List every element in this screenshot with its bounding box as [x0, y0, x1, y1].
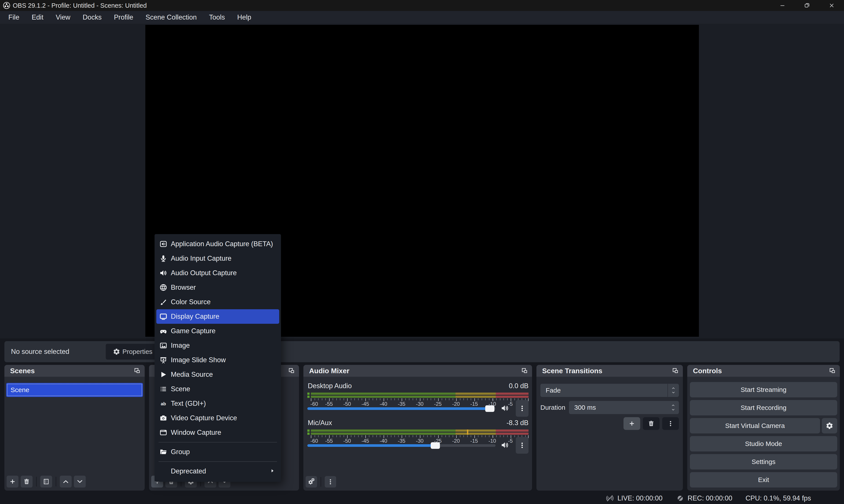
menu-item-color-source[interactable]: Color Source	[156, 295, 279, 309]
gear-icon	[826, 422, 833, 430]
popout-icon[interactable]	[134, 367, 141, 374]
add-button[interactable]	[6, 476, 18, 487]
menu-item-audio-output-capture[interactable]: Audio Output Capture	[156, 266, 279, 280]
menu-item-display-capture[interactable]: Display Capture	[156, 309, 279, 324]
filter-button[interactable]	[40, 476, 52, 487]
menu-item-media-source[interactable]: Media Source	[156, 367, 279, 382]
audio-mixer-title: Audio Mixer	[309, 367, 349, 375]
image-icon	[159, 342, 168, 349]
settings-button[interactable]: Settings	[690, 454, 837, 469]
duration-label: Duration	[540, 401, 565, 414]
menu-item-text-gdi[interactable]: abText (GDI+)	[156, 396, 279, 411]
add-button[interactable]	[624, 417, 640, 430]
db-scale-label: -60	[310, 438, 318, 444]
advanced-audio-button[interactable]	[306, 476, 317, 487]
rec-time: REC: 00:00:00	[688, 494, 732, 502]
menu-item-label: Video Capture Device	[171, 414, 237, 422]
minimize-button[interactable]	[770, 0, 795, 11]
properties-button[interactable]: Properties	[106, 344, 159, 360]
remove-button[interactable]	[21, 476, 33, 487]
db-scale-labels: -60-55-50-45-40-35-30-25-20-15-10-50	[311, 438, 528, 445]
menu-item-image[interactable]: Image	[156, 338, 279, 353]
trash-icon	[23, 478, 30, 485]
source-context-bar: No source selected Properties	[4, 341, 840, 362]
start-virtual-camera-button[interactable]: Start Virtual Camera	[690, 418, 820, 433]
menubar-item-docks[interactable]: Docks	[76, 11, 108, 24]
popout-icon[interactable]	[521, 367, 528, 374]
options-button[interactable]	[325, 476, 336, 487]
menu-item-label: Display Capture	[171, 312, 219, 321]
menu-item-audio-input-capture[interactable]: Audio Input Capture	[156, 251, 279, 266]
rec-status: REC: 00:00:00	[676, 494, 732, 503]
exit-button[interactable]: Exit	[690, 472, 837, 487]
start-streaming-button[interactable]: Start Streaming	[690, 382, 837, 397]
move-down-button[interactable]	[74, 476, 86, 487]
menu-item-video-capture-device[interactable]: Video Capture Device	[156, 411, 279, 425]
volume-slider[interactable]	[307, 444, 496, 447]
db-scale-label: -20	[452, 438, 460, 444]
db-scale-label: -40	[380, 401, 388, 407]
menu-item-label: Image Slide Show	[171, 356, 226, 364]
studio-mode-button[interactable]: Studio Mode	[690, 436, 837, 451]
transition-select[interactable]: Fade	[540, 384, 679, 397]
scene-icon	[159, 385, 168, 393]
scene-name: Scene	[11, 386, 29, 394]
channel-volume-db: 0.0 dB	[509, 382, 528, 390]
menu-item-label: Group	[171, 448, 190, 456]
volume-slider[interactable]	[307, 407, 496, 410]
menubar-item-file[interactable]: File	[2, 11, 25, 24]
db-scale-label: -10	[488, 438, 496, 444]
menubar-item-profile[interactable]: Profile	[108, 11, 139, 24]
menu-item-game-capture[interactable]: Game Capture	[156, 324, 279, 338]
menubar-item-view[interactable]: View	[50, 11, 76, 24]
menubar-item-scene-collection[interactable]: Scene Collection	[139, 11, 203, 24]
db-scale-label: -55	[325, 401, 333, 407]
peak-marker	[467, 430, 468, 435]
virtual-camera-settings-button[interactable]	[822, 418, 837, 433]
window-capture-icon	[159, 429, 168, 436]
remove-button[interactable]	[643, 417, 660, 430]
move-up-button[interactable]	[60, 476, 72, 487]
menubar-item-tools[interactable]: Tools	[203, 11, 231, 24]
close-button[interactable]	[820, 0, 844, 11]
speaker-icon[interactable]	[500, 440, 509, 450]
menu-item-scene[interactable]: Scene	[156, 382, 279, 396]
start-recording-button[interactable]: Start Recording	[690, 400, 837, 415]
menubar-item-help[interactable]: Help	[231, 11, 257, 24]
menu-item-image-slide-show[interactable]: Image Slide Show	[156, 353, 279, 367]
restore-button[interactable]	[795, 0, 820, 11]
menu-item-window-capture[interactable]: Window Capture	[156, 425, 279, 440]
menu-item-application-audio-capture-beta[interactable]: Application Audio Capture (BETA)	[156, 237, 279, 251]
game-capture-icon	[159, 327, 168, 335]
menu-item-browser[interactable]: Browser	[156, 280, 279, 295]
menubar-item-edit[interactable]: Edit	[25, 11, 50, 24]
scene-transitions-panel: Scene Transitions Fade Duration 300 ms	[536, 365, 683, 491]
options-button[interactable]	[662, 417, 679, 430]
volume-slider-handle[interactable]	[485, 405, 495, 412]
menu-item-deprecated[interactable]: Deprecated	[156, 464, 279, 479]
media-source-icon	[159, 371, 168, 378]
speaker-icon[interactable]	[500, 403, 509, 413]
popout-icon[interactable]	[288, 367, 295, 374]
popout-icon[interactable]	[672, 367, 679, 374]
transition-select-arrows[interactable]	[667, 384, 679, 397]
channel-volume-db: -8.3 dB	[506, 419, 528, 427]
db-scale-label: -35	[398, 438, 406, 444]
menu-item-label: Audio Output Capture	[171, 269, 237, 277]
volume-slider-handle[interactable]	[431, 442, 440, 449]
menu-item-group[interactable]: Group	[156, 445, 279, 459]
db-scale-label: -50	[343, 438, 351, 444]
db-scale-label: -40	[380, 438, 388, 444]
chevron-down-icon	[76, 478, 83, 485]
menu-item-label: Scene	[171, 385, 190, 393]
popout-icon[interactable]	[829, 367, 836, 374]
titlebar: OBS 29.1.2 - Profile: Untitled - Scenes:…	[0, 0, 844, 11]
broadcast-inactive-icon	[606, 494, 614, 503]
duration-spinbox[interactable]: 300 ms	[569, 401, 679, 414]
scene-list-item[interactable]: Scene	[6, 383, 143, 397]
duration-spin-arrows[interactable]	[667, 401, 679, 414]
audio-options-button[interactable]	[516, 437, 528, 454]
audio-options-button[interactable]	[516, 400, 528, 417]
plus-icon	[628, 420, 635, 427]
scenes-toolbar	[6, 476, 86, 487]
